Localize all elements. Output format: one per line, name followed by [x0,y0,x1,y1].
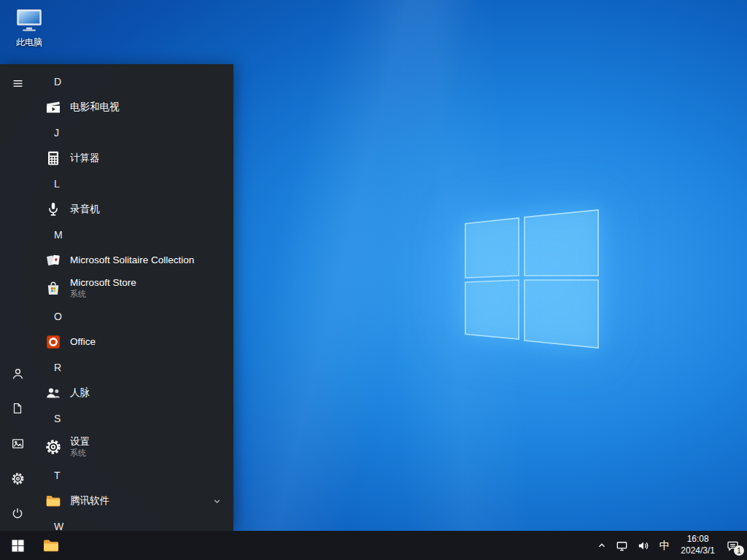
action-center-button[interactable]: 1 [720,531,746,560]
start-app-list: D电影和电视J计算器L录音机MMicrosoft Solitaire Colle… [35,64,233,531]
rail-user-button[interactable] [0,356,35,391]
section-header-W[interactable]: W [35,513,233,531]
taskbar: 中 16:08 2024/3/1 1 [0,531,747,560]
start-rail [0,64,35,531]
ime-indicator[interactable]: 中 [654,531,676,560]
app-label: Microsoft Store [70,277,225,289]
app-label: Microsoft Solitaire Collection [70,254,225,266]
rail-settings-button[interactable] [0,461,35,496]
gear-icon [11,472,25,486]
app-label: 腾讯软件 [70,495,212,507]
notification-badge: 1 [734,545,744,556]
hamburger-icon [12,77,24,90]
this-pc-icon [15,7,43,32]
section-header-J[interactable]: J [35,120,233,146]
movies-tv-icon [44,98,62,116]
section-letter: O [54,311,62,322]
section-letter: T [54,470,61,481]
app-label: 设置 [70,436,225,448]
app-item[interactable]: Office [35,330,233,354]
app-text: 设置系统 [70,436,225,458]
app-item[interactable]: 电影和电视 [35,95,233,120]
desktop-icon-this-pc[interactable]: 此电脑 [7,7,51,49]
desktop-icon-label: 此电脑 [7,36,51,49]
user-icon [11,367,25,381]
power-icon [11,507,24,520]
app-label: 计算器 [70,152,225,164]
windows-wallpaper-logo [458,206,603,351]
section-letter: W [54,521,63,531]
document-icon [11,402,24,415]
section-header-D[interactable]: D [35,69,233,95]
store-icon [44,279,62,297]
office-icon [44,333,62,351]
section-letter: J [54,127,59,139]
settings-gear-icon [44,438,62,456]
speaker-icon [637,540,649,552]
app-item[interactable]: Microsoft Store系统 [35,273,233,303]
section-letter: D [54,76,61,88]
calculator-icon [44,149,62,167]
clock-date: 2024/3/1 [681,545,715,557]
section-letter: S [54,413,61,424]
app-item[interactable]: 腾讯软件 [35,489,233,513]
app-label: Office [70,336,225,348]
section-header-L[interactable]: L [35,171,233,197]
app-text: Office [70,336,225,348]
app-text: Microsoft Store系统 [70,277,225,299]
app-text: 人脉 [70,387,225,399]
chevron-down-icon [212,497,225,506]
voice-recorder-icon [44,201,62,218]
app-text: 计算器 [70,152,225,164]
people-icon [44,384,62,402]
network-icon [616,540,628,552]
app-item[interactable]: 设置系统 [35,432,233,462]
app-item[interactable]: 人脉 [35,381,233,405]
rail-menu-button[interactable] [0,66,35,101]
start-menu: D电影和电视J计算器L录音机MMicrosoft Solitaire Colle… [0,64,233,531]
taskbar-clock[interactable]: 16:08 2024/3/1 [676,531,720,560]
network-tray-button[interactable] [611,531,632,560]
app-item[interactable]: Microsoft Solitaire Collection [35,248,233,273]
rail-power-button[interactable] [0,496,35,531]
pictures-icon [11,437,25,451]
chevron-up-icon [597,540,607,551]
system-tray: 中 16:08 2024/3/1 1 [592,531,747,560]
section-header-M[interactable]: M [35,222,233,248]
section-letter: M [54,229,63,241]
app-label: 录音机 [70,203,225,215]
folder-icon [44,492,62,510]
rail-documents-button[interactable] [0,391,35,426]
app-label: 电影和电视 [70,101,225,113]
section-letter: L [54,178,60,190]
volume-tray-button[interactable] [632,531,654,560]
start-button[interactable] [0,531,35,560]
app-text: Microsoft Solitaire Collection [70,254,225,266]
app-text: 腾讯软件 [70,495,212,507]
section-header-O[interactable]: O [35,303,233,330]
section-header-T[interactable]: T [35,462,233,489]
desktop: 此电脑 D电影和电视J计算器L录音机MMicrosoft Solitaire C… [0,0,747,560]
app-item[interactable]: 录音机 [35,197,233,222]
app-sublabel: 系统 [70,448,225,458]
app-label: 人脉 [70,387,225,399]
section-letter: R [54,362,61,373]
solitaire-icon [44,252,62,269]
windows-start-icon [12,540,24,552]
app-text: 录音机 [70,203,225,215]
app-text: 电影和电视 [70,101,225,113]
rail-pictures-button[interactable] [0,426,35,461]
section-header-R[interactable]: R [35,354,233,381]
app-sublabel: 系统 [70,289,225,299]
section-header-S[interactable]: S [35,405,233,432]
show-hidden-icons-button[interactable] [592,531,611,560]
clock-time: 16:08 [681,534,715,545]
app-item[interactable]: 计算器 [35,146,233,171]
taskbar-file-explorer[interactable] [35,531,67,560]
file-explorer-icon [42,536,61,555]
